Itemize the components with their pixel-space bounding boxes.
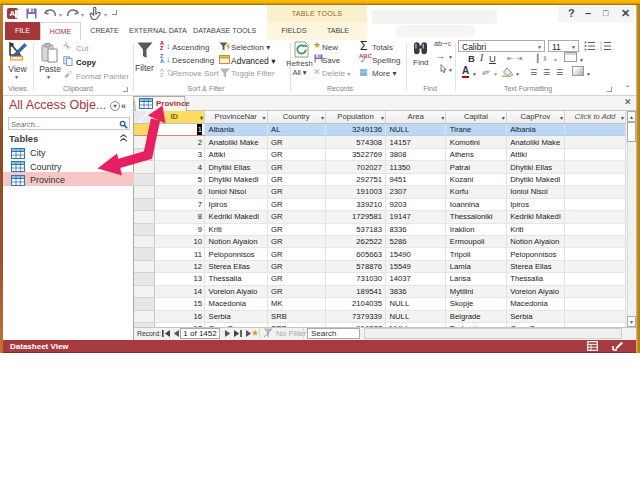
svg-text:3: 3 (600, 48, 602, 51)
